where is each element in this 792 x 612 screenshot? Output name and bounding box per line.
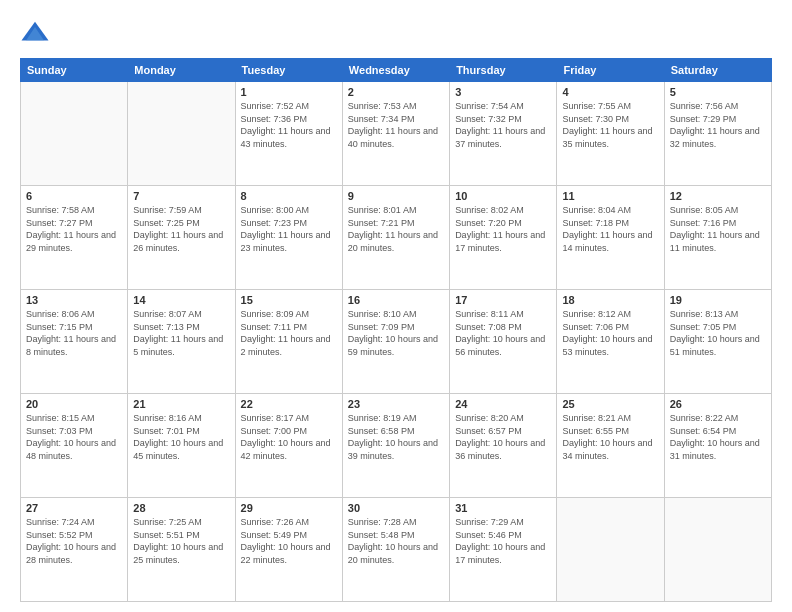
day-number: 4 xyxy=(562,86,658,98)
sunset-text: Sunset: 7:30 PM xyxy=(562,113,658,126)
daylight-text: Daylight: 10 hours and 59 minutes. xyxy=(348,333,444,358)
calendar-week-row: 13Sunrise: 8:06 AMSunset: 7:15 PMDayligh… xyxy=(21,290,772,394)
calendar-day-cell: 11Sunrise: 8:04 AMSunset: 7:18 PMDayligh… xyxy=(557,186,664,290)
sunrise-text: Sunrise: 7:28 AM xyxy=(348,516,444,529)
daylight-text: Daylight: 11 hours and 40 minutes. xyxy=(348,125,444,150)
sunset-text: Sunset: 7:27 PM xyxy=(26,217,122,230)
day-info: Sunrise: 8:06 AMSunset: 7:15 PMDaylight:… xyxy=(26,308,122,358)
daylight-text: Daylight: 11 hours and 17 minutes. xyxy=(455,229,551,254)
sunrise-text: Sunrise: 7:24 AM xyxy=(26,516,122,529)
calendar-week-row: 20Sunrise: 8:15 AMSunset: 7:03 PMDayligh… xyxy=(21,394,772,498)
sunset-text: Sunset: 6:55 PM xyxy=(562,425,658,438)
day-number: 25 xyxy=(562,398,658,410)
day-info: Sunrise: 7:25 AMSunset: 5:51 PMDaylight:… xyxy=(133,516,229,566)
sunrise-text: Sunrise: 8:15 AM xyxy=(26,412,122,425)
sunrise-text: Sunrise: 7:56 AM xyxy=(670,100,766,113)
daylight-text: Daylight: 10 hours and 20 minutes. xyxy=(348,541,444,566)
day-info: Sunrise: 8:00 AMSunset: 7:23 PMDaylight:… xyxy=(241,204,337,254)
daylight-text: Daylight: 10 hours and 48 minutes. xyxy=(26,437,122,462)
sunrise-text: Sunrise: 8:02 AM xyxy=(455,204,551,217)
sunset-text: Sunset: 7:16 PM xyxy=(670,217,766,230)
sunset-text: Sunset: 7:29 PM xyxy=(670,113,766,126)
day-info: Sunrise: 8:21 AMSunset: 6:55 PMDaylight:… xyxy=(562,412,658,462)
day-number: 22 xyxy=(241,398,337,410)
weekday-header: Tuesday xyxy=(235,59,342,82)
daylight-text: Daylight: 11 hours and 37 minutes. xyxy=(455,125,551,150)
sunrise-text: Sunrise: 7:58 AM xyxy=(26,204,122,217)
calendar-day-cell: 25Sunrise: 8:21 AMSunset: 6:55 PMDayligh… xyxy=(557,394,664,498)
weekday-header: Monday xyxy=(128,59,235,82)
calendar-day-cell: 6Sunrise: 7:58 AMSunset: 7:27 PMDaylight… xyxy=(21,186,128,290)
calendar-day-cell: 9Sunrise: 8:01 AMSunset: 7:21 PMDaylight… xyxy=(342,186,449,290)
sunset-text: Sunset: 7:36 PM xyxy=(241,113,337,126)
sunset-text: Sunset: 6:57 PM xyxy=(455,425,551,438)
calendar-day-cell: 24Sunrise: 8:20 AMSunset: 6:57 PMDayligh… xyxy=(450,394,557,498)
day-info: Sunrise: 8:20 AMSunset: 6:57 PMDaylight:… xyxy=(455,412,551,462)
calendar-day-cell: 19Sunrise: 8:13 AMSunset: 7:05 PMDayligh… xyxy=(664,290,771,394)
sunset-text: Sunset: 5:49 PM xyxy=(241,529,337,542)
day-info: Sunrise: 7:28 AMSunset: 5:48 PMDaylight:… xyxy=(348,516,444,566)
sunrise-text: Sunrise: 8:04 AM xyxy=(562,204,658,217)
daylight-text: Daylight: 11 hours and 43 minutes. xyxy=(241,125,337,150)
calendar-table: SundayMondayTuesdayWednesdayThursdayFrid… xyxy=(20,58,772,602)
daylight-text: Daylight: 10 hours and 39 minutes. xyxy=(348,437,444,462)
day-number: 1 xyxy=(241,86,337,98)
day-info: Sunrise: 7:53 AMSunset: 7:34 PMDaylight:… xyxy=(348,100,444,150)
day-number: 5 xyxy=(670,86,766,98)
sunrise-text: Sunrise: 8:21 AM xyxy=(562,412,658,425)
daylight-text: Daylight: 11 hours and 20 minutes. xyxy=(348,229,444,254)
day-info: Sunrise: 7:52 AMSunset: 7:36 PMDaylight:… xyxy=(241,100,337,150)
daylight-text: Daylight: 10 hours and 25 minutes. xyxy=(133,541,229,566)
day-number: 18 xyxy=(562,294,658,306)
calendar-day-cell: 5Sunrise: 7:56 AMSunset: 7:29 PMDaylight… xyxy=(664,82,771,186)
calendar-week-row: 1Sunrise: 7:52 AMSunset: 7:36 PMDaylight… xyxy=(21,82,772,186)
calendar-day-cell: 14Sunrise: 8:07 AMSunset: 7:13 PMDayligh… xyxy=(128,290,235,394)
logo-icon xyxy=(20,18,50,48)
daylight-text: Daylight: 11 hours and 8 minutes. xyxy=(26,333,122,358)
weekday-header: Sunday xyxy=(21,59,128,82)
calendar-day-cell: 20Sunrise: 8:15 AMSunset: 7:03 PMDayligh… xyxy=(21,394,128,498)
sunset-text: Sunset: 7:08 PM xyxy=(455,321,551,334)
calendar-day-cell: 7Sunrise: 7:59 AMSunset: 7:25 PMDaylight… xyxy=(128,186,235,290)
calendar-day-cell: 10Sunrise: 8:02 AMSunset: 7:20 PMDayligh… xyxy=(450,186,557,290)
sunset-text: Sunset: 7:20 PM xyxy=(455,217,551,230)
day-number: 19 xyxy=(670,294,766,306)
day-info: Sunrise: 7:56 AMSunset: 7:29 PMDaylight:… xyxy=(670,100,766,150)
day-info: Sunrise: 8:11 AMSunset: 7:08 PMDaylight:… xyxy=(455,308,551,358)
sunrise-text: Sunrise: 7:29 AM xyxy=(455,516,551,529)
day-info: Sunrise: 8:04 AMSunset: 7:18 PMDaylight:… xyxy=(562,204,658,254)
calendar-day-cell: 28Sunrise: 7:25 AMSunset: 5:51 PMDayligh… xyxy=(128,498,235,602)
calendar-day-cell: 13Sunrise: 8:06 AMSunset: 7:15 PMDayligh… xyxy=(21,290,128,394)
day-info: Sunrise: 7:29 AMSunset: 5:46 PMDaylight:… xyxy=(455,516,551,566)
daylight-text: Daylight: 11 hours and 11 minutes. xyxy=(670,229,766,254)
day-number: 14 xyxy=(133,294,229,306)
calendar-day-cell: 4Sunrise: 7:55 AMSunset: 7:30 PMDaylight… xyxy=(557,82,664,186)
calendar-header: SundayMondayTuesdayWednesdayThursdayFrid… xyxy=(21,59,772,82)
daylight-text: Daylight: 10 hours and 51 minutes. xyxy=(670,333,766,358)
calendar-day-cell: 30Sunrise: 7:28 AMSunset: 5:48 PMDayligh… xyxy=(342,498,449,602)
sunset-text: Sunset: 7:05 PM xyxy=(670,321,766,334)
calendar-week-row: 27Sunrise: 7:24 AMSunset: 5:52 PMDayligh… xyxy=(21,498,772,602)
sunset-text: Sunset: 7:09 PM xyxy=(348,321,444,334)
sunset-text: Sunset: 7:15 PM xyxy=(26,321,122,334)
calendar-day-cell: 22Sunrise: 8:17 AMSunset: 7:00 PMDayligh… xyxy=(235,394,342,498)
day-number: 11 xyxy=(562,190,658,202)
sunrise-text: Sunrise: 8:22 AM xyxy=(670,412,766,425)
daylight-text: Daylight: 10 hours and 31 minutes. xyxy=(670,437,766,462)
sunset-text: Sunset: 5:52 PM xyxy=(26,529,122,542)
day-number: 7 xyxy=(133,190,229,202)
daylight-text: Daylight: 11 hours and 23 minutes. xyxy=(241,229,337,254)
weekday-header: Wednesday xyxy=(342,59,449,82)
sunset-text: Sunset: 7:25 PM xyxy=(133,217,229,230)
day-info: Sunrise: 8:15 AMSunset: 7:03 PMDaylight:… xyxy=(26,412,122,462)
day-number: 20 xyxy=(26,398,122,410)
day-info: Sunrise: 8:12 AMSunset: 7:06 PMDaylight:… xyxy=(562,308,658,358)
sunset-text: Sunset: 7:21 PM xyxy=(348,217,444,230)
calendar-day-cell: 8Sunrise: 8:00 AMSunset: 7:23 PMDaylight… xyxy=(235,186,342,290)
sunrise-text: Sunrise: 8:13 AM xyxy=(670,308,766,321)
day-number: 3 xyxy=(455,86,551,98)
calendar-day-cell: 29Sunrise: 7:26 AMSunset: 5:49 PMDayligh… xyxy=(235,498,342,602)
daylight-text: Daylight: 10 hours and 34 minutes. xyxy=(562,437,658,462)
day-info: Sunrise: 8:16 AMSunset: 7:01 PMDaylight:… xyxy=(133,412,229,462)
day-info: Sunrise: 8:10 AMSunset: 7:09 PMDaylight:… xyxy=(348,308,444,358)
